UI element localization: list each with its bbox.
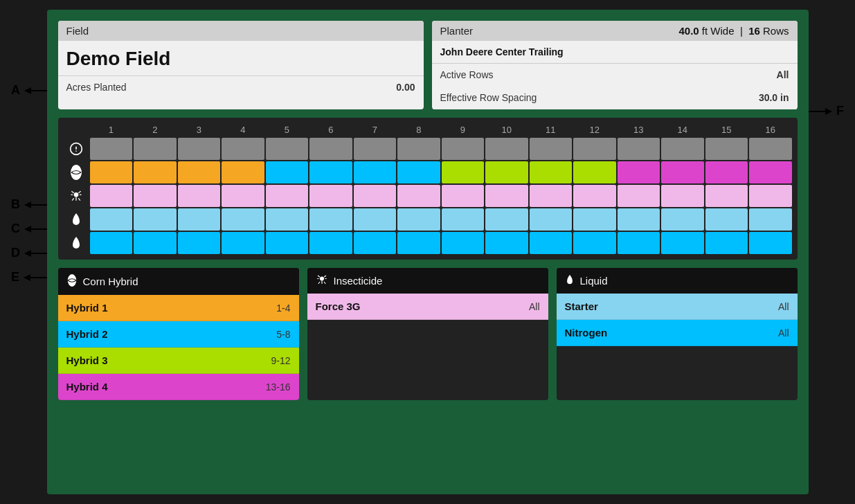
- svg-line-21: [72, 198, 74, 200]
- table-row: [530, 185, 573, 207]
- table-row: [354, 185, 397, 207]
- table-row: [618, 138, 660, 160]
- table-row: [397, 161, 440, 183]
- table-row: [661, 138, 704, 160]
- table-row: [530, 208, 573, 231]
- col-header-6: 6: [309, 123, 352, 136]
- table-row: [749, 208, 792, 231]
- svg-point-25: [67, 274, 75, 287]
- table-row: [222, 232, 264, 254]
- table-row: [90, 208, 133, 231]
- col-header-9: 9: [442, 123, 485, 136]
- table-row: [90, 232, 133, 254]
- table-row: [222, 185, 264, 207]
- table-row: [309, 232, 352, 254]
- insecticide-icon: [64, 185, 89, 207]
- table-row: [442, 161, 485, 183]
- top-section: Field Demo Field Acres Planted 0.00 Plan…: [58, 21, 798, 109]
- table-row: [266, 232, 309, 254]
- table-row: [573, 208, 616, 231]
- svg-marker-3: [24, 201, 31, 208]
- table-row: [573, 185, 616, 207]
- acres-value: 0.00: [396, 82, 415, 93]
- table-row: [530, 138, 573, 160]
- table-row: [309, 161, 352, 183]
- col-header-4: 4: [222, 123, 264, 136]
- table-row: [309, 185, 352, 207]
- table-row: [618, 161, 660, 183]
- starter-rows: All: [778, 301, 789, 312]
- table-row: [354, 232, 397, 254]
- table-row: [266, 185, 309, 207]
- table-row: [573, 161, 616, 183]
- table-row: [266, 161, 309, 183]
- table-row: [442, 185, 485, 207]
- svg-marker-7: [24, 250, 31, 257]
- table-row: [661, 161, 704, 183]
- hybrid4-item: Hybrid 4 13-16: [58, 374, 299, 400]
- outer-wrapper: A B C D E: [0, 0, 855, 504]
- row-spacing-row: Effective Row Spacing 30.0 in: [432, 87, 798, 109]
- active-rows-row: Active Rows All: [432, 64, 798, 87]
- col-header-11: 11: [530, 123, 573, 136]
- insecticide-label: Insecticide: [334, 275, 383, 287]
- force3g-name: Force 3G: [316, 300, 361, 312]
- row-spacing-label: Effective Row Spacing: [440, 92, 537, 103]
- corn-hybrid-seed-icon: [66, 273, 78, 289]
- hybrid3-name: Hybrid 3: [66, 354, 108, 366]
- table-row: [573, 138, 616, 160]
- starter-item: Starter All: [557, 294, 798, 320]
- table-row: [485, 232, 528, 254]
- col-header-16: 16: [749, 123, 792, 136]
- insecticide-icon: [316, 273, 328, 288]
- active-rows-label: Active Rows: [440, 69, 494, 80]
- table-row: [618, 208, 660, 231]
- hybrid1-item: Hybrid 1 1-4: [58, 295, 299, 321]
- liquid2-icon: [64, 232, 89, 254]
- grid-section: 1 2 3 4 5 6 7 8 9 10 11 12 13 14 15 16: [58, 118, 798, 260]
- planter-header: Planter 40.0 ft Wide | 16 Rows: [432, 21, 798, 41]
- table-row: [618, 185, 660, 207]
- nitrogen-rows: All: [778, 327, 789, 339]
- table-row: [530, 161, 573, 183]
- liquid-icon: [64, 208, 89, 231]
- table-row: [178, 138, 221, 160]
- table-row: [309, 138, 352, 160]
- svg-marker-1: [24, 87, 31, 94]
- hybrid3-item: Hybrid 3 9-12: [58, 348, 299, 374]
- table-row: [397, 138, 440, 160]
- insecticide-header: Insecticide: [307, 268, 548, 294]
- svg-line-27: [318, 276, 320, 277]
- table-row: [397, 208, 440, 231]
- field-footer: Acres Planted 0.00: [58, 75, 424, 98]
- liquid-drop-icon: [565, 273, 575, 288]
- table-row: [442, 232, 485, 254]
- table-row: [485, 185, 528, 207]
- table-row: [309, 208, 352, 231]
- field-name: Demo Field: [58, 41, 424, 75]
- col-header-10: 10: [485, 123, 528, 136]
- svg-line-30: [318, 282, 319, 284]
- insecticide-card: Insecticide Force 3G All: [307, 268, 548, 400]
- hybrid3-rows: 9-12: [271, 355, 290, 366]
- liquid-label: Liquid: [580, 275, 608, 287]
- planter-specs: 40.0 ft Wide | 16 Rows: [678, 25, 789, 37]
- col-header-3: 3: [178, 123, 221, 136]
- table-row: [222, 138, 264, 160]
- table-row: [266, 138, 309, 160]
- planter-card: Planter 40.0 ft Wide | 16 Rows John Deer…: [432, 21, 798, 109]
- active-rows-value: All: [777, 69, 789, 80]
- col-header-14: 14: [661, 123, 704, 136]
- table-row: [705, 161, 748, 183]
- table-row: [222, 208, 264, 231]
- hybrid1-name: Hybrid 1: [66, 302, 108, 314]
- hybrid4-rows: 13-16: [266, 381, 291, 393]
- col-header-15: 15: [705, 123, 748, 136]
- bottom-section: Corn Hybrid Hybrid 1 1-4 Hybrid 2 5-8 Hy…: [58, 268, 798, 400]
- table-row: [749, 185, 792, 207]
- svg-point-17: [73, 192, 78, 197]
- table-row: [705, 208, 748, 231]
- table-row: [485, 138, 528, 160]
- table-row: [749, 232, 792, 254]
- table-row: [705, 185, 748, 207]
